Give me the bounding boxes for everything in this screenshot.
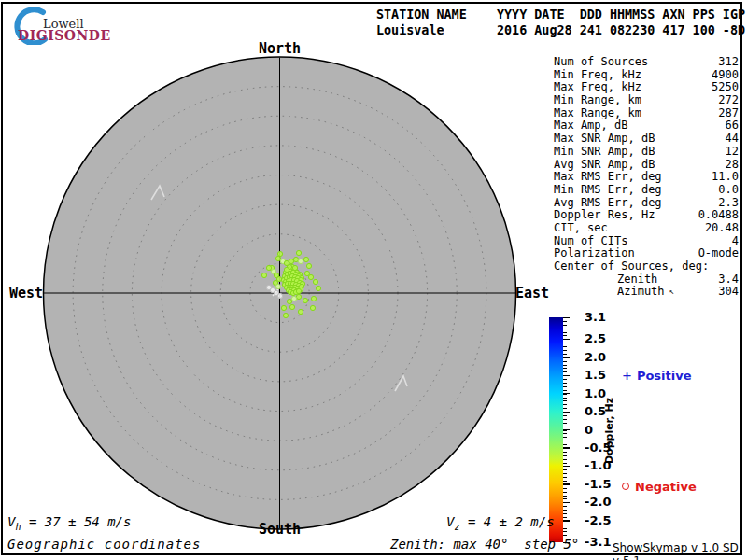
colorbar-tick-label: 2.0 [585, 351, 606, 364]
stat-value: 5250 [712, 81, 739, 94]
colorbar-minor-tick [563, 361, 567, 362]
stat-value: 0.0 [718, 184, 739, 197]
colorbar-minor-tick [563, 433, 567, 434]
source-dot [292, 265, 297, 270]
stat-label: Azimuth [617, 286, 665, 299]
colorbar-tick-label: -3.1 [585, 536, 611, 549]
source-dot [281, 305, 286, 310]
colorbar-minor-tick [563, 488, 567, 489]
colorbar-minor-tick [563, 415, 567, 416]
source-dot [293, 257, 298, 261]
stat-label: Min Range, km [554, 94, 641, 107]
colorbar-tick [563, 393, 570, 394]
stat-value: 272 [718, 94, 739, 107]
colorbar-minor-tick [563, 371, 567, 372]
source-dot [291, 296, 296, 301]
colorbar-minor-tick [563, 404, 567, 405]
colorbar-tick [563, 447, 570, 448]
colorbar-minor-tick [563, 452, 567, 453]
colorbar-minor-tick [563, 325, 567, 326]
stat-label: Max Freq, kHz [554, 81, 641, 94]
source-dot [284, 267, 289, 272]
colorbar-tick [563, 520, 570, 521]
stat-row: Azimuth↖304 [554, 286, 739, 299]
source-dot [303, 257, 308, 261]
stat-label: Max RMS Err, deg [554, 171, 662, 184]
source-dot [316, 286, 320, 290]
colorbar-tick-label: 2.5 [585, 332, 606, 345]
stat-row: Min RMS Err, deg0.0 [554, 184, 739, 197]
colorbar-tick [563, 339, 570, 340]
colorbar-minor-tick [563, 463, 567, 464]
stat-label: Num of CITs [554, 235, 627, 248]
colorbar-minor-tick [563, 506, 567, 507]
stat-label: CIT, sec [554, 222, 608, 235]
source-dot [266, 265, 271, 270]
source-dot [310, 305, 315, 310]
colorbar-title: Doppler, Hz [603, 394, 615, 469]
stat-value: 2.3 [718, 197, 739, 210]
stat-value: 304 [718, 286, 739, 299]
colorbar-tick [563, 466, 570, 467]
colorbar-minor-tick [563, 455, 567, 456]
stat-label: Center of Sources, deg: [554, 260, 709, 273]
source-dot [275, 284, 280, 288]
source-dot [296, 250, 301, 255]
source-dot [298, 259, 303, 263]
stat-label: Avg RMS Err, deg [554, 197, 662, 210]
source-dot [287, 299, 291, 303]
skymap-app: North South West East Lowell DIGISONDE S… [0, 0, 747, 560]
compass-label-south: South [233, 521, 327, 538]
colorbar-minor-tick [563, 400, 567, 401]
plus-icon: + [622, 369, 632, 383]
doppler-colorbar [549, 317, 563, 542]
colorbar-minor-tick [563, 398, 567, 399]
source-dot [284, 260, 289, 265]
colorbar-tick-label: 1.5 [585, 369, 606, 382]
stat-value: 12 [726, 146, 739, 159]
stat-row: Avg SNR Amp, dB28 [554, 159, 739, 172]
stat-row: Center of Sources, deg: [554, 260, 739, 273]
zenith-settings-label: Zenith: max 40° step 5° [390, 537, 579, 552]
version-label: ShowSkymap v 1.0 SD v 5.1 [613, 541, 747, 560]
header-values: Louisvale 2016 Aug28 241 082230 417 100 … [376, 23, 745, 38]
stat-row: PolarizationO-mode [554, 247, 739, 260]
colorbar-tick [563, 375, 570, 376]
colorbar-tick [563, 483, 570, 484]
colorbar-minor-tick [563, 408, 567, 409]
header-columns: STATION NAME YYYY DATE DDD HHMMSS AXN PP… [376, 7, 745, 22]
colorbar-minor-tick [563, 517, 567, 518]
source-dot [283, 313, 288, 317]
colorbar-minor-tick [563, 423, 567, 424]
colorbar-tick-label: 0 [585, 424, 593, 437]
colorbar-minor-tick [563, 477, 567, 478]
stat-value: 4900 [712, 69, 739, 82]
colorbar-tick [563, 412, 570, 413]
stat-label: Max Amp, dB [554, 119, 627, 133]
stat-label: Max SNR Amp, dB [554, 133, 655, 146]
stat-value: O-mode [698, 247, 739, 260]
colorbar-tick [563, 429, 570, 430]
colorbar-minor-tick [563, 368, 567, 369]
stat-row: Min SNR Amp, dB12 [554, 146, 739, 159]
stat-label: Polarization [554, 247, 635, 260]
stat-label: Num of Sources [554, 56, 648, 69]
stat-value: 66 [726, 119, 739, 133]
colorbar-minor-tick [563, 321, 567, 322]
stat-row: Max Freq, kHz5250 [554, 81, 739, 94]
stat-row: Num of Sources312 [554, 56, 739, 69]
colorbar-tick-label: -2.0 [585, 496, 611, 509]
stat-value: 0.0488 [698, 209, 739, 222]
stat-value: 4 [732, 235, 739, 248]
source-dot [296, 294, 301, 299]
colorbar-minor-tick [563, 492, 567, 493]
stat-value: 11.0 [712, 171, 739, 184]
colorbar-minor-tick [563, 427, 567, 427]
negative-legend-label: Negative [635, 480, 697, 494]
stat-row: Avg RMS Err, deg2.3 [554, 197, 739, 210]
colorbar-minor-tick [563, 444, 567, 445]
stat-label: Doppler Res, Hz [554, 209, 655, 222]
colorbar-minor-tick [563, 419, 567, 420]
colorbar-minor-tick [563, 332, 567, 333]
colorbar-minor-tick [563, 379, 567, 380]
